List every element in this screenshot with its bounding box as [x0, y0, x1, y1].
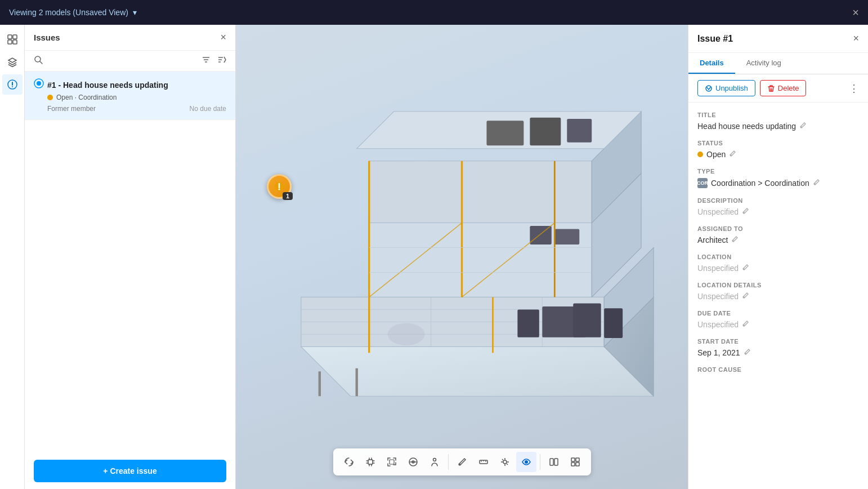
issue-status-text: Open · Coordination — [56, 94, 117, 101]
svg-rect-1 — [13, 35, 17, 39]
sort-icon[interactable] — [217, 55, 226, 66]
type-label: Type — [697, 168, 859, 175]
issue-item[interactable]: #1 - Head house needs updating Open · Co… — [25, 72, 235, 120]
description-value: Unspecified — [697, 207, 859, 216]
issue-marker-badge: 1 — [283, 192, 293, 200]
issues-header: Issues × — [25, 25, 235, 51]
details-tabs: Details Activity log — [688, 53, 868, 74]
split-button[interactable] — [544, 452, 564, 472]
viewport[interactable]: 1 — [236, 25, 688, 489]
description-text: Unspecified — [697, 207, 739, 216]
svg-rect-33 — [486, 121, 524, 145]
details-actions: Unpublish Delete ⋮ — [688, 74, 868, 103]
title-text: Head house needs updating — [697, 122, 796, 131]
toolbar-divider-2 — [540, 454, 540, 470]
issue-member-text: Former member — [47, 105, 96, 113]
assigned-to-field: Assigned to Architect — [697, 225, 859, 244]
first-person-button[interactable] — [424, 452, 445, 472]
type-badge-icon: COR — [697, 178, 708, 188]
title-label: Title — [697, 112, 859, 118]
assigned-to-edit-icon[interactable] — [731, 235, 739, 244]
filter-icon[interactable] — [202, 55, 211, 66]
section-button[interactable] — [403, 452, 423, 472]
layers-icon[interactable] — [2, 52, 23, 72]
location-details-label: Location details — [697, 282, 859, 288]
type-field: Type COR Coordination > Coordination — [697, 168, 859, 188]
top-bar-close-button[interactable]: × — [852, 6, 859, 19]
status-label: Status — [697, 140, 859, 146]
issues-panel-close-button[interactable]: × — [220, 32, 226, 43]
svg-point-6 — [12, 86, 13, 87]
details-panel-title: Issue #1 — [697, 34, 733, 44]
search-icon[interactable] — [34, 55, 43, 66]
start-date-edit-icon[interactable] — [744, 348, 751, 357]
markup-button[interactable] — [452, 452, 472, 472]
assigned-to-value: Architect — [697, 235, 859, 244]
viewing-title[interactable]: Viewing 2 models (Unsaved View) — [9, 8, 128, 17]
status-field: Status Open — [697, 140, 859, 159]
due-date-text: Unspecified — [697, 320, 739, 329]
panels-icon[interactable] — [2, 29, 23, 50]
description-edit-icon[interactable] — [742, 207, 749, 216]
issue-item-footer: Former member No due date — [47, 105, 226, 113]
delete-button[interactable]: Delete — [760, 80, 807, 96]
type-badge: COR — [697, 178, 708, 188]
fit-button[interactable] — [382, 452, 402, 472]
views-button[interactable] — [516, 452, 536, 472]
svg-rect-37 — [530, 226, 551, 244]
icon-sidebar — [0, 25, 25, 489]
svg-point-68 — [503, 460, 507, 464]
type-edit-icon[interactable] — [813, 179, 820, 188]
tab-details[interactable]: Details — [688, 53, 735, 74]
status-value: Open — [697, 150, 859, 159]
start-date-value: Sep 1, 2021 — [697, 348, 859, 357]
unpublish-button[interactable]: Unpublish — [697, 80, 755, 96]
location-edit-icon[interactable] — [742, 264, 749, 273]
details-panel-close-button[interactable]: × — [853, 33, 859, 45]
svg-rect-39 — [517, 309, 539, 337]
svg-rect-78 — [571, 458, 575, 461]
location-details-edit-icon[interactable] — [742, 292, 749, 301]
issues-icon[interactable] — [2, 74, 23, 95]
svg-point-16 — [37, 81, 41, 86]
issue-active-icon — [34, 78, 44, 91]
details-body: Title Head house needs updating Status — [688, 103, 868, 489]
issue-item-header: #1 - Head house needs updating — [34, 78, 226, 91]
tab-activity-log[interactable]: Activity log — [735, 53, 793, 74]
toolbar-divider-1 — [448, 454, 449, 470]
location-details-field: Location details Unspecified — [697, 282, 859, 301]
due-date-edit-icon[interactable] — [742, 320, 749, 329]
title-edit-icon[interactable] — [799, 122, 807, 131]
pan-button[interactable] — [360, 452, 381, 472]
unpublish-label: Unpublish — [715, 84, 748, 92]
title-dropdown-icon[interactable]: ▾ — [133, 8, 137, 17]
explode-button[interactable] — [495, 452, 515, 472]
svg-point-75 — [525, 460, 528, 464]
top-bar-title-group: Viewing 2 models (Unsaved View) ▾ — [9, 8, 137, 17]
main-layout: Issues × — [0, 25, 868, 489]
issue-status-dot — [47, 95, 53, 100]
issue-item-title: #1 - Head house needs updating — [47, 81, 168, 90]
issues-toolbar — [25, 51, 235, 72]
svg-rect-77 — [554, 459, 558, 465]
grid-button[interactable] — [565, 452, 585, 472]
viewport-toolbar — [333, 448, 591, 475]
svg-rect-0 — [8, 35, 12, 39]
location-text: Unspecified — [697, 264, 739, 273]
issue-marker[interactable]: 1 — [267, 174, 292, 199]
svg-rect-79 — [576, 458, 579, 461]
more-options-button[interactable]: ⋮ — [849, 82, 859, 95]
issue-item-meta: Open · Coordination — [47, 94, 226, 101]
status-dot-icon — [697, 152, 703, 157]
orbit-button[interactable] — [339, 452, 359, 472]
measure-button[interactable] — [473, 452, 494, 472]
svg-rect-57 — [368, 460, 373, 464]
details-header: Issue #1 × — [688, 25, 868, 53]
svg-point-56 — [279, 189, 280, 190]
create-issue-button[interactable]: + Create issue — [34, 460, 226, 482]
location-details-text: Unspecified — [697, 292, 739, 301]
status-edit-icon[interactable] — [729, 150, 736, 159]
svg-marker-23 — [369, 161, 592, 223]
title-field: Title Head house needs updating — [697, 112, 859, 131]
assigned-to-label: Assigned to — [697, 225, 859, 232]
